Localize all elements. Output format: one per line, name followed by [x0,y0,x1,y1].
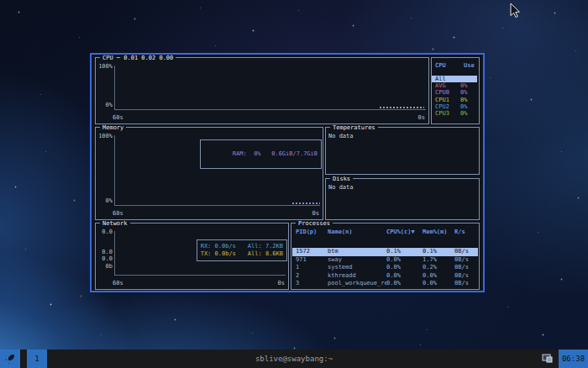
process-row[interactable]: 2 kthreadd 0.0% 0.0% 0B/s [292,272,478,281]
cell-mem: 1.7% [423,256,454,265]
col-rs[interactable]: R/s [454,229,478,237]
cell-name: btm [328,248,386,256]
cell-cpu: 0.0% [386,280,423,288]
cell-rs: 0B/s [454,280,478,288]
network-y4: 0b [96,263,113,270]
cell-rs: 0B/s [454,256,478,265]
processes-rows: 1572 btm 0.1% 0.1% 0B/s 971 sway 0.0% 1.… [292,248,478,288]
terminal-window[interactable]: CPU ─ 0.01 0.02 0.00 100% 0% 60s 0s CPU … [90,53,485,292]
col-pid[interactable]: PID(p) [296,229,328,237]
cell-rs: 0B/s [454,264,478,272]
cpu-row-use: 0% [460,110,477,117]
desktop: CPU ─ 0.01 0.02 0.00 100% 0% 60s 0s CPU … [0,0,588,368]
mouse-cursor [510,3,521,18]
cpu-legend-row-all[interactable]: All [432,76,477,82]
cell-mem: 0.1% [423,248,454,256]
cpu-row-use [460,76,477,82]
taskbar: 1 sblive@swaybang:~ 06:38 [0,350,588,368]
network-rx: RX: 0.0b/s [201,243,236,250]
cell-pid: 3 [296,280,328,288]
network-rx-total: All: 7.2KB [248,243,283,250]
focused-window-title: sblive@swaybang:~ [0,355,588,363]
cpu-row-name: CPU1 [435,97,460,103]
network-x-right: 0s [278,280,285,287]
cpu-x-left: 60s [113,114,123,121]
cpu-panel[interactable]: CPU ─ 0.01 0.02 0.00 100% 0% 60s 0s [95,57,429,124]
network-legend: RX: 0.0b/s All: 7.2KB TX: 0.0b/s All: 8.… [197,239,287,261]
temperatures-no-data: No data [328,133,354,139]
cpu-legend-row-cpu0[interactable]: CPU0 0% [432,89,477,96]
ram-legend: RAM: 8% 0.6GiB/7.7GiB [200,139,322,169]
cell-pid: 1 [296,264,328,272]
cpu-row-use: 0% [460,89,477,96]
col-cpu[interactable]: CPU%(c)▼ [386,229,423,237]
cpu-row-name: AVG [435,82,460,89]
cell-mem: 0.2% [423,264,454,272]
process-row[interactable]: 3 pool_workqueue_rel… 0.0% 0.0% 0B/s [292,280,478,288]
cell-name: systemd [328,264,386,272]
cpu-legend-col-use: Use [464,62,479,69]
disks-no-data: No data [328,184,354,191]
cell-mem: 0.0% [423,280,454,288]
cpu-row-name: All [435,76,460,82]
memory-y-max: 100% [96,133,113,139]
processes-panel[interactable]: Processes PID(p) Name(n) CPU%(c)▼ Mem%(m… [291,223,480,290]
cpu-legend-row-cpu3[interactable]: CPU3 0% [432,110,477,117]
cpu-legend-header: CPU Use [432,58,479,69]
cpu-legend-rows: All AVG 0% CPU0 0% CPU1 0% CPU2 0% [432,76,479,117]
network-tx-total: All: 8.6KB [248,250,283,258]
network-y3: 0.0 [96,255,113,262]
cell-cpu: 0.0% [386,272,423,281]
cpu-legend-row-avg[interactable]: AVG 0% [432,82,477,89]
network-panel-title: Network [100,220,130,227]
process-row[interactable]: 1572 btm 0.1% 0.1% 0B/s [292,248,478,256]
stars [0,0,1,1]
cell-mem: 0.0% [423,272,454,281]
cell-pid: 2 [296,272,328,281]
temperatures-panel[interactable]: Temperatures No data [325,127,480,175]
cell-rs: 0B/s [454,272,478,281]
network-tx: TX: 0.0b/s [201,250,236,258]
cell-name: pool_workqueue_rel… [328,280,386,288]
ram-legend-text: RAM: 8% 0.6GiB/7.7GiB [233,150,318,157]
cpu-y-min: 0% [96,102,113,108]
cell-pid: 1572 [296,248,328,256]
temperatures-panel-title: Temperatures [330,124,378,131]
cell-cpu: 0.1% [386,248,423,256]
cpu-row-name: CPU2 [435,103,460,110]
network-x-left: 60s [113,280,123,287]
cell-cpu: 0.0% [386,256,423,265]
cpu-legend-row-cpu2[interactable]: CPU2 0% [432,103,477,110]
cpu-row-name: CPU0 [435,89,460,96]
disks-panel-title: Disks [330,176,353,182]
col-name[interactable]: Name(n) [328,229,386,237]
disks-panel[interactable]: Disks No data [325,178,480,220]
memory-panel-title: Memory [100,124,126,131]
memory-y-min: 0% [96,197,113,204]
process-row[interactable]: 1 systemd 0.0% 0.2% 0B/s [292,264,478,272]
memory-panel[interactable]: Memory 100% 0% 60s 0s RAM: 8% 0.6GiB/7.7… [95,127,323,220]
cpu-legend-col-cpu: CPU [435,62,464,69]
cell-rs: 0B/s [454,248,478,256]
cpu-legend-row-cpu1[interactable]: CPU1 0% [432,97,477,103]
cpu-legend-table[interactable]: CPU Use All AVG 0% CPU0 0% CPU1 0% [431,57,480,124]
cell-name: kthreadd [328,272,386,281]
cpu-row-name: CPU3 [435,110,460,117]
processes-panel-title: Processes [296,220,333,227]
process-row[interactable]: 971 sway 0.0% 1.7% 0B/s [292,256,478,265]
cpu-row-use: 0% [460,82,477,89]
cpu-y-max: 100% [96,63,113,70]
cpu-chart [114,66,426,110]
ram-line [292,202,320,204]
cell-cpu: 0.0% [386,264,423,272]
col-mem[interactable]: Mem%(m) [423,229,454,237]
cell-name: sway [328,256,386,265]
cpu-panel-title: CPU ─ 0.01 0.02 0.00 [100,55,176,61]
cpu-x-right: 0s [418,114,425,121]
cpu-row-use: 0% [460,103,477,110]
cpu-row-use: 0% [460,97,477,103]
network-panel[interactable]: Network 0.0 0.0 0.0 0b 60s 0s RX: 0.0b/s… [95,223,289,290]
network-y2: 0.0 [96,249,113,255]
memory-x-left: 60s [113,210,123,217]
processes-header-row: PID(p) Name(n) CPU%(c)▼ Mem%(m) R/s [292,229,478,237]
